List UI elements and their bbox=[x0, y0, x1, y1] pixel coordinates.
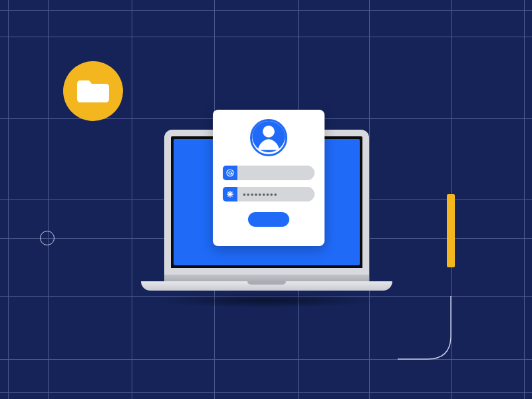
folder-badge bbox=[63, 61, 123, 121]
svg-point-3 bbox=[229, 172, 231, 174]
laptop-shadow bbox=[154, 293, 380, 308]
password-field[interactable]: ●●●●●●●●● bbox=[223, 187, 315, 201]
svg-point-1 bbox=[263, 126, 275, 138]
user-avatar-icon bbox=[250, 119, 287, 156]
connector-curve-icon bbox=[398, 296, 504, 399]
folder-icon bbox=[77, 76, 109, 106]
email-field[interactable] bbox=[223, 166, 315, 180]
svg-point-2 bbox=[227, 170, 233, 176]
login-card: ●●●●●●●●● bbox=[213, 110, 325, 246]
laptop-base bbox=[141, 281, 392, 291]
laptop-hinge bbox=[164, 275, 369, 281]
email-input[interactable] bbox=[237, 166, 315, 180]
circle-decoration-icon bbox=[40, 231, 55, 245]
submit-button[interactable] bbox=[248, 212, 289, 227]
asterisk-icon bbox=[223, 187, 237, 201]
password-input[interactable]: ●●●●●●●●● bbox=[237, 187, 315, 201]
at-icon bbox=[223, 166, 237, 180]
accent-bar-icon bbox=[447, 194, 455, 267]
